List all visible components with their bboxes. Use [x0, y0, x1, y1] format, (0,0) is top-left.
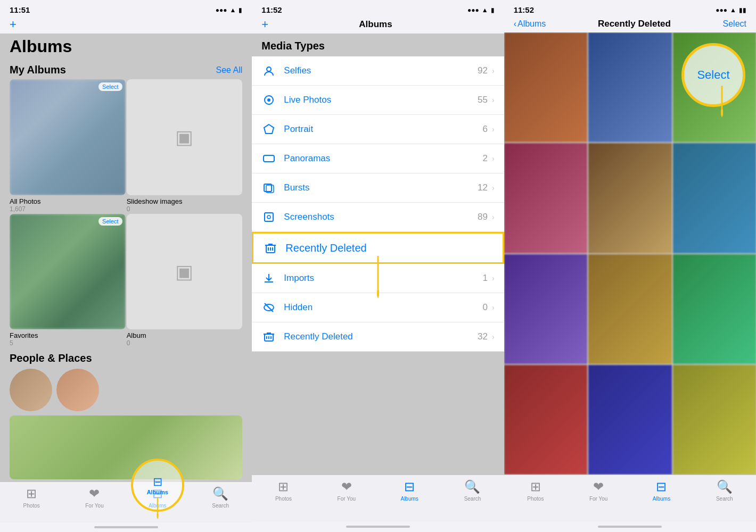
tab-albums-label-3: Albums — [653, 496, 670, 502]
album-name-slideshow: Slideshow images — [127, 197, 243, 205]
list-item-panoramas[interactable]: Panoramas 2 › — [252, 144, 504, 173]
status-icons-2: ●●● ▲ ▮ — [467, 6, 495, 14]
photo-cell-8 — [588, 254, 671, 364]
photo-cell-12 — [673, 365, 756, 475]
select-circle-label: Select — [697, 68, 729, 82]
tab-foryou-1[interactable]: ❤ For You — [63, 486, 126, 509]
album-select-all-photos[interactable]: Select — [98, 82, 122, 91]
photo-cell-4 — [504, 143, 587, 253]
select-button-3[interactable]: Select — [723, 19, 746, 29]
list-item-recently-deleted-highlight[interactable]: Recently Deleted — [252, 232, 504, 264]
recently-deleted-label: Recently Deleted — [284, 331, 478, 342]
photo-area-3: Select — [504, 32, 756, 475]
list-item-portrait[interactable]: Portrait 6 › — [252, 115, 504, 144]
signal-icon: ●●● — [216, 6, 227, 14]
list-item-selfies[interactable]: Selfies 92 › — [252, 56, 504, 86]
album-item-slideshow[interactable]: ▣ Slideshow images 0 — [127, 79, 243, 213]
tab-photos-label-2: Photos — [275, 496, 292, 502]
album-item-all-photos[interactable]: Select All Photos 1,607 — [10, 79, 126, 213]
album-thumb-all-photos: Select — [10, 79, 126, 195]
screenshots-label: Screenshots — [284, 212, 478, 222]
search-tab-icon-1: 🔍 — [212, 486, 228, 501]
albums-circle-icon: ⊟ — [153, 475, 162, 489]
tab-albums-2[interactable]: ⊟ Albums — [378, 479, 441, 502]
tab-photos-3[interactable]: ⊞ Photos — [504, 479, 567, 502]
hidden-label: Hidden — [284, 302, 482, 313]
status-bar-3: 11:52 ●●● ▲ ▮▮ — [504, 0, 756, 16]
page-title-1: Albums — [0, 34, 252, 59]
signal-icon-3: ●●● — [716, 6, 727, 14]
portrait-icon — [261, 122, 276, 137]
photo-cell-6 — [673, 143, 756, 253]
battery-icon-2: ▮ — [491, 6, 495, 14]
tab-foryou-label-2: For You — [338, 496, 356, 502]
list-item-recently-deleted[interactable]: Recently Deleted 32 › — [252, 322, 504, 352]
tab-photos-2[interactable]: ⊞ Photos — [252, 479, 315, 502]
album-image-slideshow: ▣ — [127, 79, 243, 195]
see-all-button[interactable]: See All — [216, 65, 243, 75]
bursts-chevron: › — [492, 184, 495, 192]
tab-albums-1[interactable]: ⊟ Albums ⊟ Albums — [126, 486, 189, 509]
bursts-icon — [261, 180, 276, 195]
svg-marker-5 — [264, 124, 274, 134]
panoramas-chevron: › — [492, 154, 495, 163]
recently-deleted-count: 32 — [478, 331, 488, 342]
tab-search-1[interactable]: 🔍 Search — [189, 486, 252, 509]
tab-foryou-2[interactable]: ❤ For You — [315, 479, 378, 502]
list-item-screenshots[interactable]: Screenshots 89 › — [252, 203, 504, 232]
foryou-tab-icon-3: ❤ — [593, 479, 604, 494]
album-item-favorites[interactable]: Select Favorites 5 — [10, 214, 126, 347]
imports-icon — [261, 271, 276, 286]
tab-foryou-3[interactable]: ❤ For You — [567, 479, 630, 502]
livephotos-label: Live Photos — [284, 95, 478, 105]
home-indicator-3 — [504, 521, 756, 532]
wifi-icon-3: ▲ — [730, 6, 736, 14]
photos-tab-icon-2: ⊞ — [278, 479, 289, 494]
album-item-album[interactable]: ▣ Album 0 — [127, 214, 243, 347]
photo-cell-5 — [588, 143, 671, 253]
screenshots-count: 89 — [478, 212, 488, 222]
bursts-label: Bursts — [284, 182, 478, 193]
add-button-2[interactable]: + — [261, 19, 268, 30]
list-item-bursts[interactable]: Bursts 12 › — [252, 173, 504, 203]
svg-rect-9 — [265, 213, 273, 221]
search-tab-icon-3: 🔍 — [717, 479, 733, 494]
list-item-livephotos[interactable]: Live Photos 55 › — [252, 86, 504, 115]
album-select-favorites[interactable]: Select — [98, 217, 122, 226]
tab-bar-2: ⊞ Photos ❤ For You ⊟ Albums 🔍 Search — [252, 475, 504, 521]
panel-2: 11:52 ●●● ▲ ▮ + Albums Media Types Selfi… — [252, 0, 504, 532]
list-item-hidden[interactable]: Hidden 0 › — [252, 293, 504, 322]
tab-photos-label-1: Photos — [23, 503, 40, 509]
search-tab-icon-2: 🔍 — [464, 479, 480, 494]
bursts-count: 12 — [478, 182, 488, 193]
albums-circle-label: Albums — [147, 489, 168, 495]
portrait-label: Portrait — [284, 124, 482, 135]
tab-photos-1[interactable]: ⊞ Photos — [0, 486, 63, 509]
status-time-3: 11:52 — [514, 5, 534, 14]
selfies-icon — [261, 63, 276, 78]
foryou-tab-icon-2: ❤ — [341, 479, 352, 494]
imports-count: 1 — [483, 273, 488, 284]
places-map — [10, 415, 242, 479]
add-button-1[interactable]: + — [10, 19, 17, 30]
nav-bar-2: + Albums — [252, 16, 504, 34]
album-thumb-favorites: Select — [10, 214, 126, 330]
hidden-count: 0 — [483, 302, 488, 313]
list-item-imports[interactable]: Imports 1 › — [252, 264, 504, 293]
tab-search-3[interactable]: 🔍 Search — [693, 479, 756, 502]
foryou-tab-icon-1: ❤ — [89, 486, 100, 501]
screenshots-chevron: › — [492, 213, 495, 221]
panoramas-icon — [261, 151, 276, 166]
back-button-3[interactable]: ‹ Albums — [514, 19, 546, 29]
portrait-chevron: › — [492, 125, 495, 134]
album-name-all-photos: All Photos — [10, 197, 126, 205]
tab-albums-3[interactable]: ⊟ Albums — [630, 479, 693, 502]
panel-1: 11:51 ●●● ▲ ▮ + Albums My Albums See All… — [0, 0, 252, 532]
tab-foryou-label-1: For You — [85, 503, 103, 509]
album-name-album: Album — [127, 331, 243, 339]
portrait-count: 6 — [483, 124, 488, 135]
nav-bar-3: ‹ Albums Recently Deleted Select — [504, 16, 756, 32]
tab-search-2[interactable]: 🔍 Search — [441, 479, 504, 502]
empty-album-icon: ▣ — [175, 126, 193, 148]
imports-chevron: › — [492, 274, 495, 282]
